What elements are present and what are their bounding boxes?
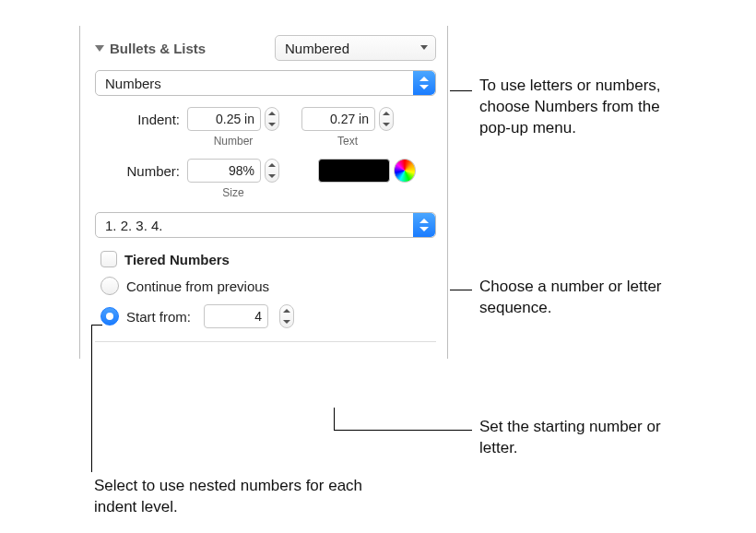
start-from-radio[interactable]: Start from: 4 [100,304,436,328]
number-size-stepper[interactable] [265,159,279,183]
updown-chevron-icon [419,77,429,89]
indent-number-stepper[interactable] [265,107,279,131]
indent-row: Indent: 0.25 in 0.27 in [95,107,436,131]
tiered-numbers-check[interactable]: Tiered Numbers [100,251,436,267]
indent-text-field[interactable]: 0.27 in [301,107,375,131]
section-title: Bullets & Lists [110,41,206,56]
continue-label: Continue from previous [126,278,269,294]
indent-text-value: 0.27 in [330,112,369,126]
number-color-well[interactable] [318,159,390,183]
annotation-tiered: Select to use nested numbers for each in… [94,476,371,518]
tiered-numbers-label: Tiered Numbers [124,252,230,267]
list-style-popup[interactable]: Numbered [275,35,436,61]
section-header: Bullets & Lists Numbered [95,35,436,61]
start-from-field[interactable]: 4 [204,304,268,328]
indent-sublabels: Number Text [95,135,436,148]
indent-number-value: 0.25 in [216,112,254,126]
chevron-down-icon [419,42,430,53]
leader-line [91,325,102,326]
start-from-stepper[interactable] [279,304,294,328]
list-type-value: Numbers [105,76,161,91]
sequence-popup[interactable]: 1. 2. 3. 4. [95,212,436,238]
number-label: Number: [95,163,187,179]
list-type-popup[interactable]: Numbers [95,70,436,96]
popup-indicator [413,71,435,95]
radio-selected-icon [100,307,119,326]
leader-line [334,430,472,431]
divider [95,341,436,342]
bullets-lists-panel: Bullets & Lists Numbered Numbers Indent:… [79,26,448,359]
number-row: Number: 98% [95,159,436,183]
indent-number-field[interactable]: 0.25 in [187,107,261,131]
popup-indicator [413,213,435,237]
list-style-value: Numbered [285,41,349,56]
color-picker-button[interactable] [394,159,416,183]
start-from-value: 4 [254,309,262,324]
annotation-start: Set the starting number or letter. [479,417,664,459]
checkbox-icon [100,251,117,267]
indent-text-sublabel: Text [301,135,394,148]
indent-text-stepper[interactable] [379,107,394,131]
start-from-label: Start from: [126,309,191,325]
number-sublabels: Size [95,186,436,199]
number-size-sublabel: Size [187,186,279,199]
indent-label: Indent: [95,112,187,127]
radio-icon [100,277,119,295]
leader-line [450,290,472,290]
leader-line [450,90,472,91]
sequence-value: 1. 2. 3. 4. [105,218,163,233]
annotation-sequence: Choose a number or letter sequence. [479,277,673,319]
number-size-value: 98% [229,163,254,178]
leader-line [334,408,335,430]
annotation-numbers-popup: To use letters or numbers, choose Number… [479,76,664,139]
continue-from-previous-radio[interactable]: Continue from previous [100,277,436,295]
updown-chevron-icon [419,219,429,231]
number-size-field[interactable]: 98% [187,159,261,183]
leader-line [91,325,92,472]
disclosure-triangle-icon[interactable] [95,45,104,52]
indent-number-sublabel: Number [187,135,279,148]
